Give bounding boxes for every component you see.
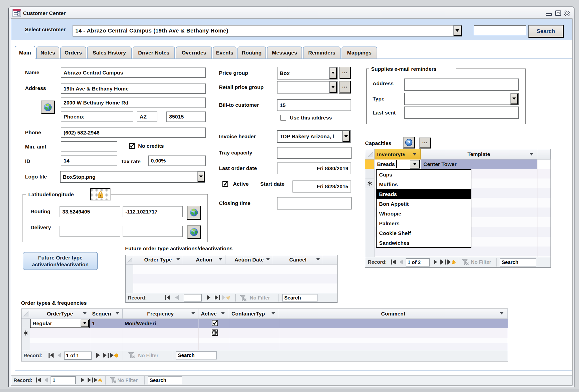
- svg-text:?: ?: [407, 140, 410, 145]
